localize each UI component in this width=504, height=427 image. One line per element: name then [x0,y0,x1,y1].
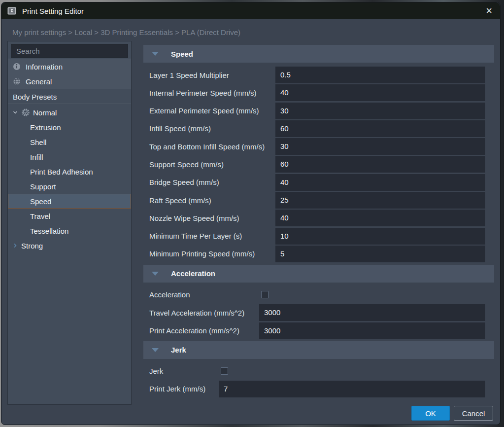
param-row: Infill Speed (mm/s)60 [143,120,494,137]
param-row: Layer 1 Speed Multiplier0.5 [143,67,494,83]
travel-acceleration-mm-s-2-input[interactable]: 3000 [259,304,485,321]
search-wrap [8,41,131,59]
support-speed-mm-s-input[interactable]: 60 [275,156,485,173]
sidebar-item-label: Print Bed Adhesion [30,168,93,176]
param-label: Raft Speed (mm/s) [143,196,275,205]
minimum-time-per-layer-s-input[interactable]: 10 [275,228,485,245]
chevron-down-icon[interactable] [11,108,19,116]
sidebar-item-travel[interactable]: Travel [8,209,131,223]
print-jerk-mm-s-input[interactable]: 7 [219,381,485,397]
jerk-checkbox[interactable] [221,367,228,375]
sidebar-item-label: General [26,77,52,86]
param-row: Support Speed (mm/s)60 [143,156,494,173]
param-label: External Perimeter Speed (mm/s) [143,107,275,115]
close-icon[interactable]: × [484,6,494,16]
window-title: Print Setting Editor [22,7,84,15]
triangle-down-icon[interactable] [152,272,159,276]
param-label: Minimum Printing Speed (mm/s) [143,249,275,258]
sidebar-item-support[interactable]: Support [8,179,131,194]
sidebar-item-speed[interactable]: Speed [8,194,131,209]
sidebar-tree: NormalExtrusionShellInfillPrint Bed Adhe… [8,105,131,253]
sidebar-item-label: Speed [30,197,51,206]
section-header-jerk[interactable]: Jerk [143,341,494,359]
param-label: Layer 1 Speed Multiplier [143,71,275,79]
param-label: Jerk [143,367,219,375]
param-row: Print Acceleration (mm/s^2)3000 [143,322,494,339]
body-presets-group-label: Body Presets [8,90,131,104]
param-row: Minimum Time Per Layer (s)10 [143,228,494,245]
cancel-button[interactable]: Cancel [454,406,493,421]
sidebar-item-normal[interactable]: Normal [8,105,131,120]
param-row: Nozzle Wipe Speed (mm/s)40 [143,210,494,226]
globe-icon [13,77,21,85]
param-label: Print Acceleration (mm/s^2) [143,326,259,335]
param-row: Bridge Speed (mm/s)40 [143,174,494,191]
param-label: Top and Bottom Infill Speed (mm/s) [143,142,275,151]
internal-perimeter-speed-mm-s-input[interactable]: 40 [275,84,485,101]
sidebar-item-label: Support [30,182,56,191]
raft-speed-mm-s-input[interactable]: 25 [275,192,485,209]
param-label: Minimum Time Per Layer (s) [143,232,275,240]
sidebar-item-label: Information [26,63,63,71]
footer: OK Cancel [411,406,493,421]
sidebar-top-items: InformationGeneral [8,59,131,89]
sidebar-item-shell[interactable]: Shell [8,135,131,149]
gear-check-icon [21,108,30,117]
param-row: Acceleration [143,286,494,303]
param-label: Infill Speed (mm/s) [143,124,275,133]
sidebar-item-extrusion[interactable]: Extrusion [8,120,131,135]
param-row: Print Jerk (mm/s)7 [143,381,494,397]
external-perimeter-speed-mm-s-input[interactable]: 30 [275,103,485,119]
section-header-speed[interactable]: Speed [143,45,494,63]
param-label: Bridge Speed (mm/s) [143,178,275,186]
sidebar-item-label: Strong [21,242,43,250]
param-label: Support Speed (mm/s) [143,160,275,169]
sidebar-item-strong[interactable]: Strong [8,238,131,253]
sidebar-item-label: Extrusion [30,123,61,132]
app-icon [7,6,17,15]
sidebar: InformationGeneral Body Presets NormalEx… [7,41,132,405]
triangle-down-icon[interactable] [152,348,159,352]
breadcrumb: My print settings > Local > 3D Printing … [12,28,240,36]
chevron-right-icon[interactable] [11,242,19,249]
sidebar-item-tessellation[interactable]: Tessellation [8,223,131,238]
top-and-bottom-infill-speed-mm-s-input[interactable]: 30 [275,138,485,155]
search-input[interactable] [11,44,128,58]
param-label: Print Jerk (mm/s) [143,385,219,393]
titlebar: Print Setting Editor × [1,2,500,19]
bridge-speed-mm-s-input[interactable]: 40 [275,174,485,191]
param-row: Jerk [143,363,494,380]
sidebar-item-information[interactable]: Information [8,59,131,74]
param-label: Nozzle Wipe Speed (mm/s) [143,214,275,222]
print-setting-editor-dialog: Print Setting Editor × My print settings… [1,2,501,425]
sidebar-item-general[interactable]: General [8,74,131,89]
minimum-printing-speed-mm-s-input[interactable]: 5 [275,246,485,262]
sidebar-item-infill[interactable]: Infill [8,149,131,164]
param-row: Top and Bottom Infill Speed (mm/s)30 [143,138,494,155]
print-acceleration-mm-s-2-input[interactable]: 3000 [259,322,485,339]
nozzle-wipe-speed-mm-s-input[interactable]: 40 [275,210,485,226]
sidebar-item-label: Travel [30,212,50,220]
triangle-down-icon[interactable] [152,52,159,56]
sidebar-item-label: Tessellation [30,227,68,235]
param-label: Travel Acceleration (mm/s^2) [143,309,259,317]
section-title: Acceleration [171,269,215,278]
param-row: Minimum Printing Speed (mm/s)5 [143,246,494,262]
section-header-acceleration[interactable]: Acceleration [143,265,494,283]
infill-speed-mm-s-input[interactable]: 60 [275,120,485,137]
acceleration-checkbox[interactable] [261,291,269,298]
layer-1-speed-multiplier-input[interactable]: 0.5 [275,67,485,83]
param-row: Raft Speed (mm/s)25 [143,192,494,209]
sidebar-item-label: Normal [33,108,57,117]
settings-panel: SpeedLayer 1 Speed Multiplier0.5Internal… [143,45,494,398]
info-icon [13,63,21,71]
param-row: Travel Acceleration (mm/s^2)3000 [143,304,494,321]
sidebar-item-label: Infill [30,153,43,161]
ok-button[interactable]: OK [411,406,450,421]
section-title: Speed [171,50,193,58]
param-label: Acceleration [143,290,259,299]
sidebar-item-print-bed-adhesion[interactable]: Print Bed Adhesion [8,164,131,179]
param-label: Internal Perimeter Speed (mm/s) [143,89,275,97]
param-row: Internal Perimeter Speed (mm/s)40 [143,84,494,101]
sidebar-item-label: Shell [30,138,46,146]
